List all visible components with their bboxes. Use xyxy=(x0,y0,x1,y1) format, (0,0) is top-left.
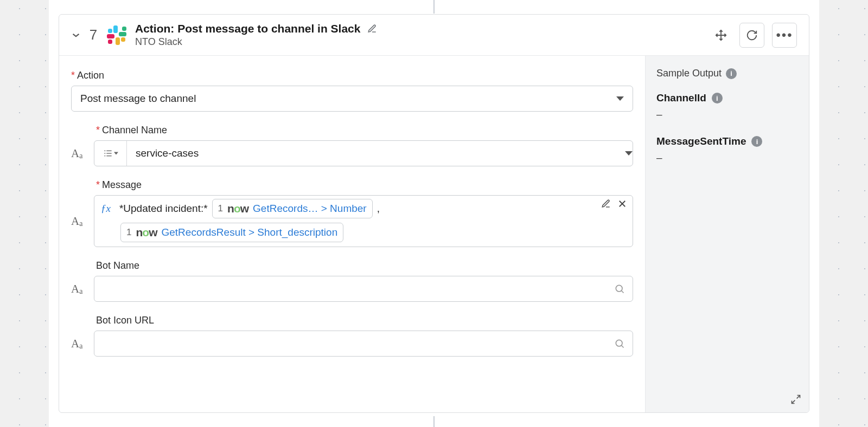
svg-marker-8 xyxy=(114,152,118,155)
merge-pill-number[interactable]: 1 now GetRecords… > Number xyxy=(212,199,373,218)
message-field-block: * Message Aa ƒx *Updated incident:* 1 xyxy=(71,179,633,247)
move-icon[interactable] xyxy=(710,24,732,46)
svg-point-13 xyxy=(616,340,622,346)
channel-field-block: * Channel Name Aa servic xyxy=(71,125,633,166)
more-actions-button[interactable]: ••• xyxy=(772,23,797,48)
action-value: Post message to channel xyxy=(80,93,196,105)
search-icon xyxy=(614,338,625,349)
channel-label: Channel Name xyxy=(102,125,167,136)
channel-value: service-cases xyxy=(136,147,199,159)
svg-point-11 xyxy=(616,285,622,292)
canvas-dots-right xyxy=(819,0,868,427)
pill-text: GetRecords… > Number xyxy=(253,203,367,215)
dropdown-caret-icon xyxy=(616,96,624,101)
action-field-block: * Action Post message to channel xyxy=(71,70,633,112)
slack-icon xyxy=(106,24,127,46)
output-channelid-label: ChannelId xyxy=(656,92,706,104)
edit-icon[interactable] xyxy=(601,199,611,209)
title-block: Action: Post message to channel in Slack… xyxy=(135,22,703,48)
connector-line-bottom xyxy=(433,416,435,427)
svg-rect-5 xyxy=(106,151,111,151)
message-prefix-text: *Updated incident:* xyxy=(119,203,208,215)
edit-title-icon[interactable] xyxy=(366,22,379,35)
card-header: 7 Action: Post message to channel in Sla… xyxy=(59,15,809,56)
search-icon xyxy=(614,283,625,294)
dropdown-caret-icon xyxy=(625,151,633,156)
info-icon[interactable]: i xyxy=(751,136,762,147)
step-number: 7 xyxy=(88,27,98,43)
svg-rect-3 xyxy=(104,153,105,153)
channel-combo[interactable]: service-cases xyxy=(94,140,633,166)
text-type-icon[interactable]: Aa xyxy=(71,337,87,351)
text-type-icon[interactable]: Aa xyxy=(71,282,87,296)
pill-step: 1 xyxy=(218,203,223,214)
message-input[interactable]: ƒx *Updated incident:* 1 now GetRecords…… xyxy=(94,195,633,247)
info-icon[interactable]: i xyxy=(726,68,737,79)
botname-field-block: Bot Name Aa xyxy=(71,260,633,302)
servicenow-icon: now xyxy=(136,226,157,239)
card-body: * Action Post message to channel * Chann… xyxy=(59,56,809,412)
flow-canvas: 7 Action: Post message to channel in Sla… xyxy=(0,0,868,427)
svg-rect-7 xyxy=(106,156,111,156)
boticon-input[interactable] xyxy=(94,331,633,357)
svg-line-15 xyxy=(797,396,800,399)
output-panel: Sample Output i ChannelId i – MessageSen… xyxy=(645,56,809,412)
text-type-icon[interactable]: Aa xyxy=(71,147,87,160)
botname-label: Bot Name xyxy=(96,260,139,271)
formula-icon: ƒx xyxy=(101,203,111,215)
output-heading: Sample Output xyxy=(656,68,722,79)
merge-pill-short-description[interactable]: 1 now GetRecordsResult > Short_descripti… xyxy=(120,223,343,242)
action-select[interactable]: Post message to channel xyxy=(71,86,633,112)
output-msgtime-label: MessageSentTime xyxy=(656,135,746,147)
boticon-field-block: Bot Icon URL Aa xyxy=(71,315,633,357)
center-frame: 7 Action: Post message to channel in Sla… xyxy=(49,0,819,427)
message-label: Message xyxy=(102,179,142,191)
botname-input[interactable] xyxy=(94,276,633,302)
pill-step: 1 xyxy=(126,227,131,238)
form-area: * Action Post message to channel * Chann… xyxy=(59,56,645,412)
collapse-chevron-icon[interactable] xyxy=(70,30,82,40)
canvas-dots-left xyxy=(0,0,49,427)
svg-line-12 xyxy=(622,291,624,293)
svg-line-14 xyxy=(622,346,624,348)
text-type-icon[interactable]: Aa xyxy=(71,215,87,228)
boticon-label: Bot Icon URL xyxy=(96,315,154,326)
svg-rect-6 xyxy=(106,153,111,153)
pill-text: GetRecordsResult > Short_description xyxy=(161,227,337,238)
card-title: Action: Post message to channel in Slack xyxy=(135,22,360,35)
svg-line-16 xyxy=(792,400,795,404)
picker-button[interactable] xyxy=(94,141,127,166)
servicenow-icon: now xyxy=(227,202,248,215)
connector-line-top xyxy=(433,0,435,14)
svg-rect-4 xyxy=(104,156,105,156)
info-icon[interactable]: i xyxy=(712,93,723,103)
clear-icon[interactable] xyxy=(617,199,627,209)
action-card: 7 Action: Post message to channel in Sla… xyxy=(59,14,809,413)
svg-rect-2 xyxy=(104,151,105,151)
message-separator: , xyxy=(377,203,380,215)
output-channelid-value: – xyxy=(656,108,798,120)
refresh-button[interactable] xyxy=(739,23,764,48)
expand-panel-icon[interactable] xyxy=(790,394,801,405)
action-label: Action xyxy=(77,70,104,81)
output-msgtime-value: – xyxy=(656,152,798,164)
card-subtitle: NTO Slack xyxy=(135,36,703,48)
